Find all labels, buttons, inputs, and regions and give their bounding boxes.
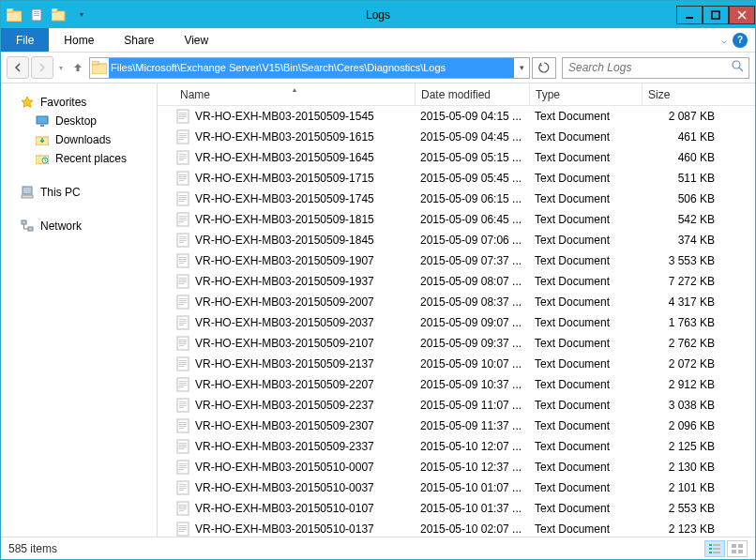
file-row[interactable]: VR-HO-EXH-MB03-20150509-22372015-05-09 1…: [174, 395, 755, 416]
file-row[interactable]: VR-HO-EXH-MB03-20150510-01072015-05-10 0…: [174, 498, 755, 519]
file-row[interactable]: VR-HO-EXH-MB03-20150509-16452015-05-09 0…: [174, 147, 755, 168]
file-name: VR-HO-EXH-MB03-20150509-2307: [195, 419, 415, 432]
up-button[interactable]: [68, 58, 87, 77]
nav-thispc-label: This PC: [40, 186, 81, 199]
nav-downloads[interactable]: Downloads: [1, 130, 157, 149]
text-file-icon: [174, 211, 191, 228]
svg-rect-41: [179, 180, 184, 181]
col-size[interactable]: Size: [642, 83, 726, 105]
search-icon[interactable]: [726, 60, 748, 75]
text-file-icon: [174, 397, 191, 414]
pc-icon: [20, 185, 35, 200]
file-name: VR-HO-EXH-MB03-20150509-2207: [195, 378, 415, 391]
help-icon[interactable]: ?: [733, 33, 748, 48]
file-list[interactable]: VR-HO-EXH-MB03-20150509-15452015-05-09 0…: [158, 106, 755, 537]
text-file-icon: [174, 129, 191, 145]
titlebar: ▾ Logs: [1, 1, 755, 28]
file-tab[interactable]: File: [1, 28, 49, 52]
file-row[interactable]: VR-HO-EXH-MB03-20150509-17152015-05-09 0…: [174, 168, 755, 189]
svg-rect-91: [179, 386, 184, 387]
svg-rect-133: [732, 544, 736, 548]
nav-group-network: Network: [1, 217, 157, 235]
expand-ribbon-icon[interactable]: ⌵: [721, 35, 727, 45]
navbar: ▾ ▾: [1, 53, 755, 83]
nav-recent[interactable]: Recent places: [1, 149, 157, 168]
nav-pane: Favorites Desktop Downloads Recent place…: [1, 83, 158, 537]
close-button[interactable]: [729, 6, 755, 24]
file-row[interactable]: VR-HO-EXH-MB03-20150510-01372015-05-10 0…: [174, 519, 755, 537]
search-input[interactable]: [563, 61, 726, 74]
file-row[interactable]: VR-HO-EXH-MB03-20150509-23072015-05-09 1…: [174, 416, 755, 436]
svg-rect-120: [179, 508, 187, 509]
nav-network[interactable]: Network: [1, 217, 157, 235]
back-button[interactable]: [7, 56, 29, 79]
file-row[interactable]: VR-HO-EXH-MB03-20150509-20072015-05-09 0…: [174, 292, 755, 312]
file-row[interactable]: VR-HO-EXH-MB03-20150509-22072015-05-09 1…: [174, 374, 755, 395]
svg-rect-35: [179, 158, 187, 159]
svg-rect-0: [7, 11, 22, 22]
content-pane: Name ▴ Date modified Type Size VR-HO-EXH…: [158, 83, 755, 537]
svg-rect-93: [179, 401, 187, 402]
file-row[interactable]: VR-HO-EXH-MB03-20150510-00372015-05-10 0…: [174, 477, 755, 498]
tab-share[interactable]: Share: [109, 28, 169, 52]
file-row[interactable]: VR-HO-EXH-MB03-20150509-15452015-05-09 0…: [174, 106, 755, 127]
svg-rect-127: [709, 544, 712, 546]
col-name[interactable]: Name ▴: [174, 88, 415, 101]
file-size: 2 087 KB: [642, 110, 720, 123]
address-input[interactable]: [109, 58, 514, 78]
file-type: Text Document: [529, 192, 642, 205]
properties-icon[interactable]: [27, 6, 46, 24]
search-box[interactable]: [562, 57, 749, 79]
file-row[interactable]: VR-HO-EXH-MB03-20150509-19072015-05-09 0…: [174, 250, 755, 271]
nav-favorites[interactable]: Favorites: [1, 93, 157, 112]
thumbnails-view-button[interactable]: [727, 540, 748, 557]
file-row[interactable]: VR-HO-EXH-MB03-20150510-00072015-05-10 1…: [174, 457, 755, 477]
nav-desktop[interactable]: Desktop: [1, 112, 157, 130]
file-row[interactable]: VR-HO-EXH-MB03-20150509-18152015-05-09 0…: [174, 209, 755, 230]
file-name: VR-HO-EXH-MB03-20150509-1545: [195, 110, 415, 123]
address-bar[interactable]: ▾: [89, 57, 530, 79]
file-date: 2015-05-09 06:15 ...: [415, 192, 529, 205]
history-dropdown-icon[interactable]: ▾: [55, 64, 67, 72]
col-type[interactable]: Type: [529, 83, 642, 105]
file-row[interactable]: VR-HO-EXH-MB03-20150509-19372015-05-09 0…: [174, 271, 755, 292]
nav-thispc[interactable]: This PC: [1, 183, 157, 202]
svg-rect-11: [92, 61, 98, 65]
file-date: 2015-05-09 05:15 ...: [415, 151, 529, 164]
new-folder-icon[interactable]: [50, 6, 68, 24]
body-area: Favorites Desktop Downloads Recent place…: [1, 83, 755, 537]
file-type: Text Document: [529, 213, 642, 226]
file-row[interactable]: VR-HO-EXH-MB03-20150509-16152015-05-09 0…: [174, 127, 755, 147]
address-dropdown-icon[interactable]: ▾: [514, 63, 529, 72]
file-date: 2015-05-10 01:37 ...: [415, 502, 529, 515]
svg-rect-116: [179, 490, 184, 491]
qat-dropdown-icon[interactable]: ▾: [72, 6, 91, 24]
file-name: VR-HO-EXH-MB03-20150509-2237: [195, 399, 415, 412]
maximize-button[interactable]: [703, 6, 729, 24]
file-row[interactable]: VR-HO-EXH-MB03-20150509-17452015-05-09 0…: [174, 189, 755, 209]
file-row[interactable]: VR-HO-EXH-MB03-20150509-21372015-05-09 1…: [174, 354, 755, 374]
file-name: VR-HO-EXH-MB03-20150509-2107: [195, 337, 415, 350]
svg-rect-73: [179, 319, 187, 320]
file-row[interactable]: VR-HO-EXH-MB03-20150509-21072015-05-09 0…: [174, 333, 755, 354]
forward-button[interactable]: [31, 56, 53, 79]
file-row[interactable]: VR-HO-EXH-MB03-20150509-18452015-05-09 0…: [174, 230, 755, 250]
file-row[interactable]: VR-HO-EXH-MB03-20150509-20372015-05-09 0…: [174, 312, 755, 333]
file-date: 2015-05-10 12:37 ...: [415, 461, 529, 474]
tab-view[interactable]: View: [169, 28, 223, 52]
tab-home[interactable]: Home: [49, 28, 109, 52]
svg-rect-8: [686, 17, 693, 19]
app-icon[interactable]: [5, 6, 23, 24]
svg-rect-118: [179, 505, 187, 506]
file-size: 3 553 KB: [642, 254, 720, 267]
svg-rect-123: [179, 525, 187, 526]
refresh-button[interactable]: [532, 57, 556, 79]
svg-rect-24: [179, 114, 187, 115]
file-size: 2 101 KB: [642, 481, 720, 494]
file-row[interactable]: VR-HO-EXH-MB03-20150509-23372015-05-10 1…: [174, 436, 755, 457]
col-date[interactable]: Date modified: [415, 83, 529, 105]
details-view-button[interactable]: [704, 540, 725, 557]
minimize-button[interactable]: [676, 6, 703, 24]
svg-rect-39: [179, 176, 187, 177]
svg-rect-110: [179, 467, 187, 468]
